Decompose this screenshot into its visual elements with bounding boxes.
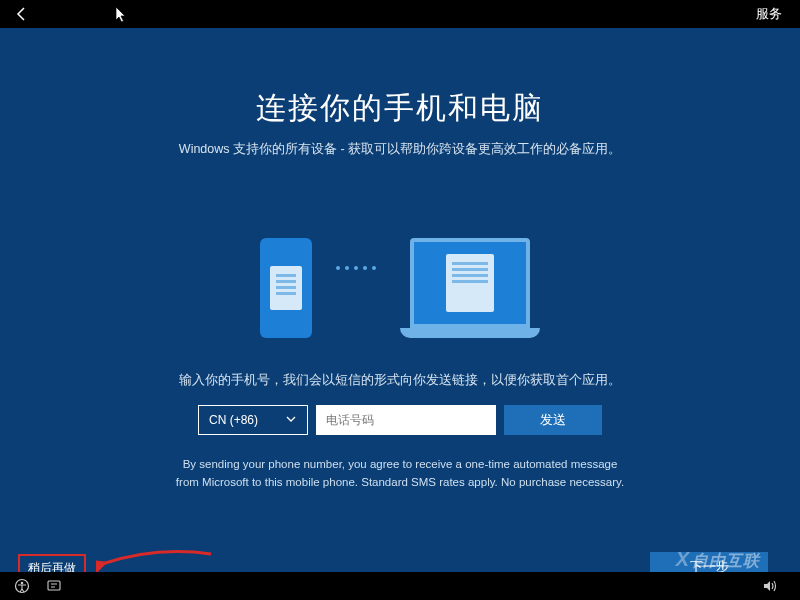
- services-link[interactable]: 服务: [756, 5, 782, 23]
- ease-of-access-icon[interactable]: [10, 574, 34, 598]
- page-subtitle: Windows 支持你的所有设备 - 获取可以帮助你跨设备更高效工作的必备应用。: [179, 141, 621, 158]
- ime-icon[interactable]: [42, 574, 66, 598]
- phone-input-row: CN (+86) 发送: [198, 405, 602, 435]
- country-code-select[interactable]: CN (+86): [198, 405, 308, 435]
- bottom-bar: [0, 572, 800, 600]
- phone-number-input[interactable]: [316, 405, 496, 435]
- laptop-icon: [400, 238, 540, 338]
- svg-point-1: [21, 582, 24, 585]
- chevron-down-icon: [285, 413, 297, 428]
- volume-icon[interactable]: [758, 574, 782, 598]
- back-button[interactable]: [10, 2, 34, 26]
- disclaimer-text: By sending your phone number, you agree …: [176, 455, 624, 492]
- disclaimer-line-1: By sending your phone number, you agree …: [176, 455, 624, 473]
- connection-dots-icon: [336, 266, 376, 270]
- page-title: 连接你的手机和电脑: [256, 88, 544, 129]
- svg-rect-2: [48, 581, 60, 590]
- main-panel: 连接你的手机和电脑 Windows 支持你的所有设备 - 获取可以帮助你跨设备更…: [0, 28, 800, 572]
- title-bar: 服务: [0, 0, 800, 28]
- country-code-label: CN (+86): [209, 413, 258, 427]
- disclaimer-line-2: from Microsoft to this mobile phone. Sta…: [176, 473, 624, 491]
- phone-icon: [260, 238, 312, 338]
- oobe-screen: 服务 连接你的手机和电脑 Windows 支持你的所有设备 - 获取可以帮助你跨…: [0, 0, 800, 600]
- send-button[interactable]: 发送: [504, 405, 602, 435]
- instruction-text: 输入你的手机号，我们会以短信的形式向你发送链接，以便你获取首个应用。: [179, 372, 621, 389]
- illustration: [260, 198, 540, 338]
